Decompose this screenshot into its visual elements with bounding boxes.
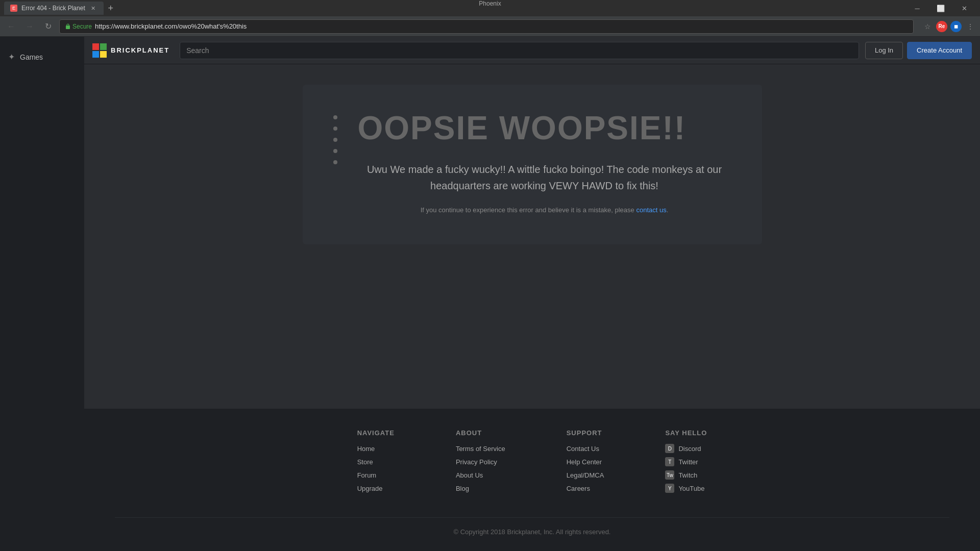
discord-icon: D bbox=[665, 444, 674, 453]
twitch-icon: Tw bbox=[665, 470, 674, 480]
footer-nav-forum[interactable]: Forum bbox=[357, 471, 377, 479]
error-content: OOPSIE WOOPSIE!! Uwu We made a fucky wuc… bbox=[358, 110, 731, 214]
social-twitch: Tw Twitch bbox=[665, 470, 707, 480]
footer-about-heading: ABOUT bbox=[456, 429, 505, 437]
list-item: Store bbox=[357, 457, 395, 466]
profile-icon-blue[interactable]: ◼ bbox=[950, 21, 962, 32]
social-youtube: Y YouTube bbox=[665, 484, 707, 493]
footer-support-legal[interactable]: Legal/DMCA bbox=[567, 471, 604, 479]
list-item: Careers bbox=[567, 484, 604, 493]
list-item: Contact Us bbox=[567, 444, 604, 453]
footer-support-contact[interactable]: Contact Us bbox=[567, 445, 599, 453]
svg-rect-2 bbox=[100, 43, 107, 50]
games-icon: ✦ bbox=[8, 52, 15, 62]
new-tab-button[interactable]: + bbox=[104, 2, 118, 15]
logo-icon bbox=[92, 43, 107, 58]
window-controls: Phoenix ─ ⬜ ✕ bbox=[905, 0, 976, 16]
footer-social-heading: SAY HELLO bbox=[665, 429, 707, 437]
footer-columns: NAVIGATE Home Store Forum Upgrade ABOUT … bbox=[115, 429, 949, 497]
twitter-link[interactable]: Twitter bbox=[678, 458, 698, 466]
footer-copyright: © Copyright 2018 Brickplanet, Inc. All r… bbox=[115, 517, 949, 536]
footer-about-us[interactable]: About Us bbox=[456, 471, 483, 479]
social-twitter: T Twitter bbox=[665, 457, 707, 466]
footer-about-blog[interactable]: Blog bbox=[456, 485, 469, 492]
menu-icon[interactable]: ⋮ bbox=[965, 21, 976, 32]
youtube-link[interactable]: YouTube bbox=[678, 485, 704, 492]
error-description: Uwu We made a fucky wucky!! A wittle fuc… bbox=[358, 161, 731, 194]
content-area: OOPSIE WOOPSIE!! Uwu We made a fucky wuc… bbox=[84, 64, 980, 409]
url-text: https://www.brickplanet.com/owo%20what's… bbox=[95, 22, 247, 30]
footer-about-tos[interactable]: Terms of Service bbox=[456, 445, 505, 453]
bullet-2 bbox=[333, 127, 337, 131]
address-right-icons: ☆ Re ◼ ⋮ bbox=[922, 21, 976, 32]
list-item: Privacy Policy bbox=[456, 457, 505, 466]
create-account-button[interactable]: Create Account bbox=[907, 42, 972, 59]
active-tab[interactable]: E Error 404 - Brick Planet ✕ bbox=[4, 2, 104, 15]
twitter-icon: T bbox=[665, 457, 674, 466]
app-layout: ✦ Games BRICKPLANET Search Log In Creat bbox=[0, 37, 980, 551]
twitch-link[interactable]: Twitch bbox=[678, 471, 697, 479]
bookmark-icon[interactable]: ☆ bbox=[922, 21, 933, 32]
tab-close-button[interactable]: ✕ bbox=[89, 4, 97, 12]
contact-us-link[interactable]: contact us bbox=[636, 206, 666, 214]
tab-title: Error 404 - Brick Planet bbox=[21, 5, 85, 12]
error-title: OOPSIE WOOPSIE!! bbox=[358, 110, 731, 146]
footer: NAVIGATE Home Store Forum Upgrade ABOUT … bbox=[84, 409, 980, 551]
svg-rect-4 bbox=[100, 51, 107, 58]
error-card: OOPSIE WOOPSIE!! Uwu We made a fucky wuc… bbox=[303, 85, 762, 244]
list-item: Blog bbox=[456, 484, 505, 493]
svg-rect-0 bbox=[66, 26, 70, 29]
bullet-3 bbox=[333, 138, 337, 142]
main-content: BRICKPLANET Search Log In Create Account bbox=[84, 37, 980, 551]
logo-text: BRICKPLANET bbox=[111, 46, 169, 54]
list-item: About Us bbox=[456, 470, 505, 480]
address-bar-row: ← → ↻ Secure https://www.brickplanet.com… bbox=[0, 16, 980, 37]
login-button[interactable]: Log In bbox=[865, 42, 903, 59]
address-bar[interactable]: Secure https://www.brickplanet.com/owo%2… bbox=[59, 19, 914, 34]
close-button[interactable]: ✕ bbox=[952, 0, 976, 16]
logo-area: BRICKPLANET bbox=[92, 43, 169, 58]
footer-support-careers[interactable]: Careers bbox=[567, 485, 590, 492]
svg-rect-3 bbox=[92, 51, 99, 58]
footer-support-heading: SUPPORT bbox=[567, 429, 604, 437]
bullet-1 bbox=[333, 115, 337, 119]
error-small-after: . bbox=[667, 206, 669, 214]
footer-navigate-list: Home Store Forum Upgrade bbox=[357, 444, 395, 493]
secure-badge: Secure bbox=[65, 23, 92, 30]
back-button[interactable]: ← bbox=[4, 19, 18, 34]
profile-icon-red[interactable]: Re bbox=[936, 21, 947, 32]
footer-nav-store[interactable]: Store bbox=[357, 458, 373, 466]
footer-about-list: Terms of Service Privacy Policy About Us… bbox=[456, 444, 505, 493]
sidebar: ✦ Games bbox=[0, 37, 84, 551]
footer-navigate-heading: NAVIGATE bbox=[357, 429, 395, 437]
sidebar-item-games[interactable]: ✦ Games bbox=[0, 47, 84, 67]
tab-favicon: E bbox=[10, 5, 17, 12]
footer-support-list: Contact Us Help Center Legal/DMCA Career… bbox=[567, 444, 604, 493]
error-small-text: If you continue to experience this error… bbox=[358, 206, 731, 214]
social-discord: D Discord bbox=[665, 444, 707, 453]
list-item: Help Center bbox=[567, 457, 604, 466]
list-item: Forum bbox=[357, 470, 395, 480]
footer-col-support: SUPPORT Contact Us Help Center Legal/DMC… bbox=[567, 429, 604, 497]
discord-link[interactable]: Discord bbox=[678, 445, 701, 453]
footer-col-navigate: NAVIGATE Home Store Forum Upgrade bbox=[357, 429, 395, 497]
error-bullets bbox=[333, 110, 337, 214]
minimize-button[interactable]: ─ bbox=[905, 0, 929, 16]
youtube-icon: Y bbox=[665, 484, 674, 493]
sidebar-item-label: Games bbox=[20, 53, 43, 61]
bullet-5 bbox=[333, 160, 337, 164]
secure-label: Secure bbox=[72, 23, 92, 30]
footer-col-about: ABOUT Terms of Service Privacy Policy Ab… bbox=[456, 429, 505, 497]
footer-nav-upgrade[interactable]: Upgrade bbox=[357, 485, 383, 492]
footer-nav-home[interactable]: Home bbox=[357, 445, 375, 453]
list-item: Legal/DMCA bbox=[567, 470, 604, 480]
restore-button[interactable]: ⬜ bbox=[929, 0, 952, 16]
tab-bar: E Error 404 - Brick Planet ✕ + Phoenix ─… bbox=[0, 0, 980, 16]
bullet-4 bbox=[333, 149, 337, 153]
footer-about-privacy[interactable]: Privacy Policy bbox=[456, 458, 497, 466]
search-placeholder: Search bbox=[186, 46, 209, 55]
forward-button[interactable]: → bbox=[22, 19, 37, 34]
refresh-button[interactable]: ↻ bbox=[41, 19, 55, 34]
footer-support-help[interactable]: Help Center bbox=[567, 458, 602, 466]
search-bar[interactable]: Search bbox=[180, 42, 859, 59]
